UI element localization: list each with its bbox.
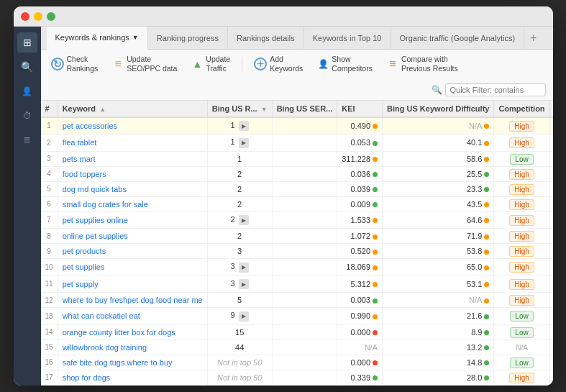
cell-url[interactable]: 🔗www.petsmart.com/ bbox=[549, 259, 552, 276]
cell-keyword[interactable]: safe bite dog tugs where to buy bbox=[58, 355, 207, 370]
cell-rank: 44 bbox=[207, 339, 272, 355]
sidebar-icon-layers[interactable]: ≡ bbox=[17, 130, 37, 150]
col-difficulty[interactable]: Bing US Keyword Difficulty bbox=[383, 101, 494, 117]
cell-competition: High bbox=[494, 117, 549, 135]
rank-btn[interactable]: ▶ bbox=[239, 215, 249, 225]
table-row: 9pet products30.52053.8High🔗www.petsmart… bbox=[41, 244, 553, 259]
update-seo-button[interactable]: ≡ Update SEO/PPC data bbox=[109, 53, 180, 74]
cell-rank: 2 bbox=[207, 229, 272, 244]
cell-url[interactable]: 🔗www.petsmart.com/dog/cra... bbox=[549, 196, 552, 211]
rank-btn[interactable]: ▶ bbox=[239, 138, 249, 148]
sidebar-icon-search[interactable]: 🔍 bbox=[17, 57, 37, 77]
cell-serp bbox=[272, 181, 337, 196]
cell-difficulty: 58.6 bbox=[383, 151, 494, 166]
cell-num: 6 bbox=[41, 196, 58, 211]
tab-keywords-top10[interactable]: Keywords in Top 10 bbox=[304, 27, 391, 50]
separator bbox=[242, 57, 242, 71]
cell-num: 9 bbox=[41, 244, 58, 259]
cell-url[interactable]: 🔗www.petsmart.com/ bbox=[549, 117, 552, 135]
col-keyword[interactable]: Keyword ▲ bbox=[58, 101, 207, 117]
cell-keyword[interactable]: pet accessories bbox=[58, 117, 207, 135]
cell-keyword[interactable]: pet products bbox=[58, 244, 207, 259]
cell-url[interactable]: 🔗www.petsmart.com/ bbox=[549, 275, 552, 293]
cell-rank: 3 bbox=[207, 244, 272, 259]
refresh-icon: ↻ bbox=[51, 58, 64, 70]
cell-serp bbox=[272, 370, 337, 385]
cell-url[interactable]: 🔗www.petsmart.com/learnin... bbox=[549, 324, 552, 339]
cell-rank: Not in top 50 bbox=[207, 370, 272, 385]
cell-keyword[interactable]: online pet supplies bbox=[58, 229, 207, 244]
cell-keyword[interactable]: small dog crates for sale bbox=[58, 196, 207, 211]
cell-keyword[interactable]: what can cockatiel eat bbox=[58, 308, 207, 325]
cell-url[interactable] bbox=[549, 355, 552, 370]
cell-url[interactable] bbox=[549, 370, 552, 385]
cell-difficulty: 53.8 bbox=[383, 244, 494, 259]
add-keywords-button[interactable]: + Add Keywords bbox=[251, 53, 306, 74]
rank-btn[interactable]: ▶ bbox=[239, 263, 249, 273]
cell-keyword[interactable]: willowbrook dog training bbox=[58, 339, 207, 355]
cell-difficulty: 43.5 bbox=[383, 196, 494, 211]
table-row: 6small dog crates for sale20.00943.5High… bbox=[41, 196, 553, 211]
cell-url[interactable]: 🔗www.petsmart.com/feature... bbox=[549, 293, 552, 308]
quick-filter-input[interactable] bbox=[445, 83, 546, 96]
cell-num: 5 bbox=[41, 181, 58, 196]
cell-serp bbox=[272, 135, 337, 152]
close-button[interactable] bbox=[21, 12, 29, 21]
cell-kei: 1.533 bbox=[337, 211, 383, 229]
cell-kei: 0.039 bbox=[337, 181, 383, 196]
cell-url[interactable]: 🔗www.petsmart.com/ bbox=[549, 244, 552, 259]
cell-difficulty: 8.9 bbox=[383, 324, 494, 339]
cell-url[interactable]: 🔗www.petsmart.com/dog/foo... bbox=[549, 166, 552, 181]
sidebar-icon-home[interactable]: ⊞ bbox=[17, 32, 37, 53]
cell-keyword[interactable]: shop for dogs bbox=[58, 370, 207, 385]
update-traffic-button[interactable]: ▲ Update Traffic bbox=[188, 53, 233, 74]
col-kei[interactable]: KEI bbox=[337, 101, 383, 117]
cell-keyword[interactable]: flea tablet bbox=[58, 135, 207, 152]
cell-url[interactable]: 🔗www.petsmart.com/dog/fle... bbox=[549, 181, 552, 196]
cell-kei: 0.990 bbox=[337, 308, 383, 325]
tab-rankings-details[interactable]: Rankings details bbox=[228, 27, 304, 50]
cell-keyword[interactable]: pets mart bbox=[58, 151, 207, 166]
table-header-row: # Keyword ▲ Bing US R... ▼ Bing US SER..… bbox=[41, 101, 553, 117]
col-serp[interactable]: Bing US SER... bbox=[272, 101, 337, 117]
sidebar-icon-user[interactable]: 👤 bbox=[17, 81, 37, 101]
check-rankings-button[interactable]: ↻ Check Rankings bbox=[48, 53, 101, 74]
cell-url[interactable]: 🔗www.petsmart.com/learnin... bbox=[549, 308, 552, 325]
cell-difficulty: 40.1 bbox=[383, 135, 494, 152]
col-competition[interactable]: Competition bbox=[494, 101, 549, 117]
cell-rank: 1 ▶ bbox=[207, 117, 272, 135]
cell-keyword[interactable]: pet supplies online bbox=[58, 211, 207, 229]
cell-kei: 0.520 bbox=[337, 244, 383, 259]
tab-keywords-rankings[interactable]: Keywords & rankings ▼ bbox=[47, 27, 148, 50]
cell-keyword[interactable]: orange county litter box for dogs bbox=[58, 324, 207, 339]
maximize-button[interactable] bbox=[47, 12, 55, 21]
tab-organic-traffic[interactable]: Organic traffic (Google Analytics) bbox=[391, 27, 525, 50]
sidebar-icon-clock[interactable]: ⏱ bbox=[17, 106, 37, 126]
cell-url[interactable]: 🔗www.petsmart.com/dog/fle... bbox=[549, 135, 552, 152]
tab-add-button[interactable]: + bbox=[524, 32, 542, 45]
cell-keyword[interactable]: dog md quick tabs bbox=[58, 181, 207, 196]
rank-btn[interactable]: ▶ bbox=[239, 279, 249, 289]
compare-icon: ≡ bbox=[387, 58, 398, 70]
cell-url[interactable]: 🔗www.petsmart.com/ bbox=[549, 151, 552, 166]
cell-keyword[interactable]: food toppers bbox=[58, 166, 207, 181]
cell-keyword[interactable]: pet supplies bbox=[58, 259, 207, 276]
compare-results-button[interactable]: ≡ Compare with Previous Results bbox=[384, 53, 461, 74]
cell-url[interactable]: 🔗www.petsmart.com/ bbox=[549, 211, 552, 229]
add-keywords-label2: Keywords bbox=[270, 64, 303, 73]
cell-num: 1 bbox=[41, 117, 58, 135]
col-url[interactable]: Bing US URL Found bbox=[549, 101, 552, 117]
cell-kei: 0.000 bbox=[337, 355, 383, 370]
show-competitors-button[interactable]: 👤 Show Competitors bbox=[314, 53, 375, 74]
cell-url[interactable]: 🔗www.petsmart.com/ bbox=[549, 229, 552, 244]
rank-btn[interactable]: ▶ bbox=[239, 311, 249, 322]
tab-ranking-progress[interactable]: Ranking progress bbox=[148, 27, 228, 50]
cell-url[interactable]: 🔗www.petsmart.com/store-lo... bbox=[549, 339, 552, 355]
minimize-button[interactable] bbox=[34, 12, 42, 21]
cell-serp bbox=[272, 211, 337, 229]
cell-keyword[interactable]: where to buy freshpet dog food near me bbox=[58, 293, 207, 308]
cell-keyword[interactable]: pet supply bbox=[58, 275, 207, 293]
col-rank[interactable]: Bing US R... ▼ bbox=[207, 101, 272, 117]
rank-btn[interactable]: ▶ bbox=[239, 121, 249, 131]
cell-num: 3 bbox=[41, 151, 58, 166]
